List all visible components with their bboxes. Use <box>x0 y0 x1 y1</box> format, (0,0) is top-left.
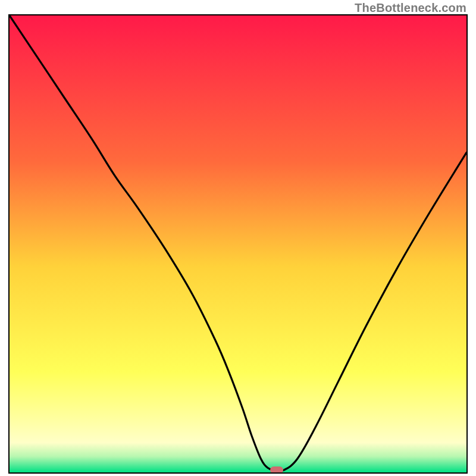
watermark-text: TheBottleneck.com <box>355 1 466 15</box>
chart-svg <box>10 15 466 472</box>
chart-frame <box>8 14 468 474</box>
chart-background <box>10 15 466 472</box>
optimal-marker <box>270 466 283 474</box>
